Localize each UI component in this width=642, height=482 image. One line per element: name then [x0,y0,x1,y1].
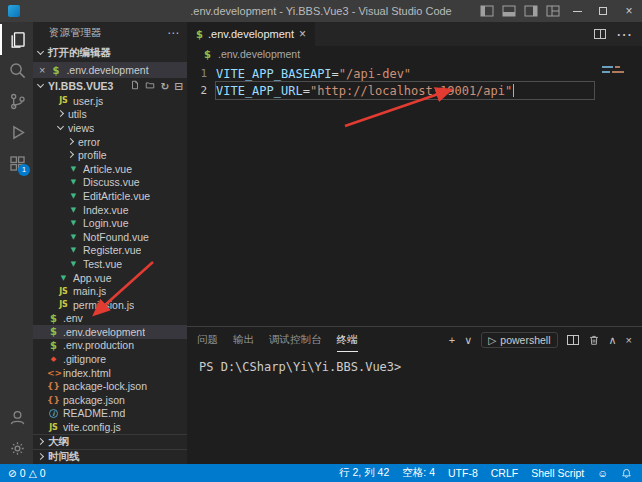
open-editors-section-header[interactable]: 打开的编辑器 [33,44,187,62]
close-panel-icon[interactable]: × [626,334,632,346]
toggle-panel-icon[interactable] [498,0,520,22]
file-name: profile [78,149,107,161]
toggle-sidebar-icon[interactable] [476,0,498,22]
tree-item-EditArticle.vue[interactable]: ▼ EditArticle.vue [33,189,187,203]
terminal-dropdown-icon[interactable]: ∨ [464,334,472,347]
tree-item-package.json[interactable]: {} package.json [33,393,187,407]
settings-gear-icon[interactable] [0,433,33,464]
editor-more-actions-icon[interactable]: ⋯ [616,25,632,44]
encoding-status[interactable]: UTF-8 [448,467,478,479]
open-editors-label: 打开的编辑器 [48,46,111,60]
feedback-smiley-icon[interactable]: ☺ [597,467,608,479]
search-icon[interactable] [0,55,33,86]
tree-item-profile[interactable]: profile [33,148,187,162]
tree-item-utils[interactable]: utils [33,108,187,122]
file-type-icon: $ [47,326,60,337]
tree-item-.env.production[interactable]: $ .env.production [33,339,187,353]
folder-chevron-icon [67,138,75,146]
warning-count: 0 [40,467,46,479]
tree-item-.env.development[interactable]: $ .env.development [33,325,187,339]
split-editor-icon[interactable] [594,29,606,39]
tree-item-NotFound.vue[interactable]: ▼ NotFound.vue [33,230,187,244]
customize-layout-icon[interactable] [542,0,564,22]
notifications-bell-icon[interactable] [621,468,632,479]
terminal-output[interactable]: PS D:\CSharp\Yi\Yi.BBS.Vue3> [187,353,642,464]
panel-tab-问题[interactable]: 问题 [197,328,218,352]
run-debug-icon[interactable] [0,117,33,148]
code-editor[interactable]: 1 VITE_APP_BASEAPI="/api-dev" 2 VITE_APP… [187,62,642,326]
text-cursor [513,84,514,97]
source-control-icon[interactable] [0,86,33,117]
tree-item-package-lock.json[interactable]: {} package-lock.json [33,379,187,393]
tree-item-Discuss.vue[interactable]: ▼ Discuss.vue [33,176,187,190]
tree-item-main.js[interactable]: JS main.js [33,284,187,298]
panel-tab-输出[interactable]: 输出 [233,328,254,352]
eol-status[interactable]: CRLF [491,467,518,479]
kill-terminal-icon[interactable] [588,334,600,346]
close-tab-icon[interactable]: × [299,27,306,41]
extensions-icon[interactable]: 1 [0,148,33,179]
shell-selector[interactable]: ▷ powershell [481,332,557,348]
tree-item-views[interactable]: views [33,121,187,135]
collapse-all-icon[interactable]: ⊟ [174,80,183,92]
cursor-position[interactable]: 行 2, 列 42 [339,466,389,480]
minimize-button[interactable] [564,0,590,22]
account-icon[interactable] [0,402,33,433]
file-type-icon: JS [57,300,70,309]
tree-item-Register.vue[interactable]: ▼ Register.vue [33,244,187,258]
problems-status[interactable]: ⊘ 0 △ 0 [8,467,46,479]
tree-item-Login.vue[interactable]: ▼ Login.vue [33,216,187,230]
tree-item-Test.vue[interactable]: ▼ Test.vue [33,257,187,271]
tree-item-Article.vue[interactable]: ▼ Article.vue [33,162,187,176]
file-tree: JS user.js utils views error profile ▼ A… [33,94,187,434]
panel-header: 问题输出调试控制台终端 + ∨ ▷ powershell ∧ × [187,327,642,353]
new-file-icon[interactable] [130,80,140,92]
outline-label: 大纲 [48,435,69,449]
toggle-secondary-sidebar-icon[interactable] [520,0,542,22]
explorer-icon[interactable] [0,24,33,55]
chevron-right-icon [37,438,45,446]
file-type-icon: ▼ [67,233,80,241]
tree-item-Index.vue[interactable]: ▼ Index.vue [33,203,187,217]
timeline-section-header[interactable]: 时间线 [33,449,187,464]
split-terminal-icon[interactable] [567,335,579,345]
file-type-icon: ▼ [67,165,80,173]
panel-tab-调试控制台[interactable]: 调试控制台 [269,328,322,352]
editor-area: $ .env.development × ⋯ $ .env.developmen… [187,22,642,464]
tree-item-vite.config.js[interactable]: JS vite.config.js [33,420,187,434]
env-file-icon: $ [196,29,203,40]
tree-item-App.vue[interactable]: ▼ App.vue [33,271,187,285]
outline-section-header[interactable]: 大纲 [33,434,187,449]
new-folder-icon[interactable] [145,80,155,92]
file-type-icon: ▼ [67,219,80,227]
sidebar-more-actions-icon[interactable]: ⋯ [167,26,179,40]
maximize-button[interactable] [590,0,616,22]
project-section-header[interactable]: YI.BBS.VUE3 ↻ ⊟ [33,78,187,94]
indentation-status[interactable]: 空格: 4 [402,466,435,480]
tree-item-permission.js[interactable]: JS permission.js [33,298,187,312]
chevron-right-icon [37,453,45,461]
tree-item-index.html[interactable]: <> index.html [33,366,187,380]
code-line[interactable]: 2 VITE_APP_URL="http://localhost:19001/a… [187,82,594,99]
file-type-icon: ◆ [47,355,60,363]
close-window-button[interactable]: × [616,0,642,22]
tree-item-error[interactable]: error [33,135,187,149]
breadcrumb[interactable]: $ .env.development [187,46,642,62]
open-editor-item[interactable]: × $ .env.development [33,62,187,78]
panel-tab-终端[interactable]: 终端 [337,328,358,352]
code-token: "http://localhost:19001/api" [310,84,512,98]
close-editor-icon[interactable]: × [39,64,45,76]
maximize-panel-icon[interactable]: ∧ [609,334,617,347]
tree-item-user.js[interactable]: JS user.js [33,94,187,108]
minimap[interactable] [602,66,632,76]
code-line[interactable]: 1 VITE_APP_BASEAPI="/api-dev" [187,65,594,82]
language-mode[interactable]: Shell Script [531,467,584,479]
vscode-logo-icon [8,5,20,17]
file-type-icon: <> [47,368,60,378]
refresh-icon[interactable]: ↻ [160,80,169,92]
new-terminal-icon[interactable]: + [449,334,455,346]
tree-item-.env[interactable]: $ .env [33,312,187,326]
tree-item-README.md[interactable]: i README.md [33,407,187,421]
editor-tab[interactable]: $ .env.development × [187,22,315,46]
tree-item-.gitignore[interactable]: ◆ .gitignore [33,352,187,366]
